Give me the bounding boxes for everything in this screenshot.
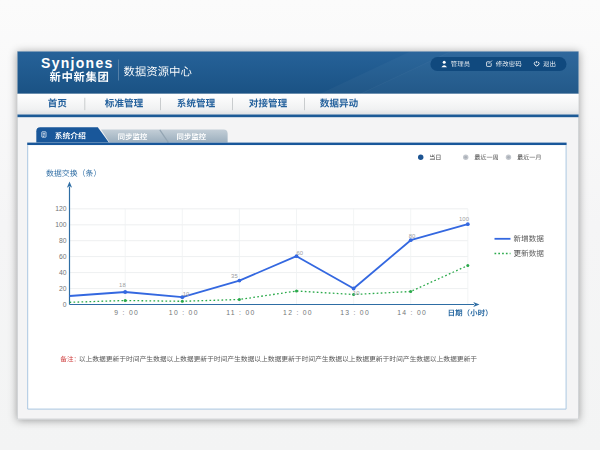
svg-text:14 : 00: 14 : 00	[397, 309, 427, 316]
svg-text:20: 20	[59, 285, 67, 292]
svg-text:100: 100	[459, 216, 470, 222]
svg-text:18: 18	[119, 282, 126, 288]
svg-text:12 : 00: 12 : 00	[283, 309, 313, 316]
svg-text:9 : 00: 9 : 00	[114, 309, 139, 316]
svg-text:10 : 00: 10 : 00	[169, 309, 199, 316]
svg-text:40: 40	[59, 269, 67, 276]
svg-text:60: 60	[297, 250, 304, 256]
svg-text:120: 120	[55, 205, 67, 212]
svg-text:100: 100	[55, 221, 67, 228]
svg-text:11 : 00: 11 : 00	[226, 309, 255, 316]
svg-text:60: 60	[59, 253, 67, 260]
svg-text:80: 80	[59, 237, 67, 244]
svg-text:35: 35	[231, 273, 238, 279]
svg-text:10: 10	[183, 291, 190, 297]
svg-text:Synjones: Synjones	[41, 55, 114, 71]
svg-text:0: 0	[63, 301, 67, 308]
svg-text:13 : 00: 13 : 00	[340, 309, 370, 316]
svg-text:10: 10	[353, 290, 360, 296]
svg-text:80: 80	[409, 233, 416, 239]
